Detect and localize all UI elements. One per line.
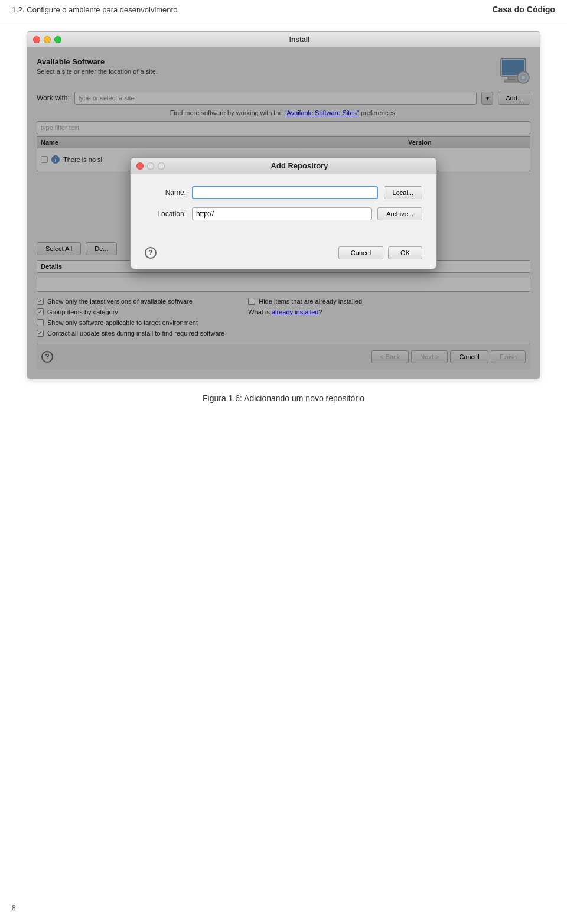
dialog-traffic-light-green [158, 162, 165, 170]
traffic-light-yellow[interactable] [44, 36, 51, 43]
dialog-title: Add Repository [168, 161, 431, 170]
install-body: Available Software Select a site or ente… [27, 48, 540, 379]
dialog-archive-button[interactable]: Archive... [377, 207, 422, 220]
modal-overlay: Add Repository Name: Local... Location: [27, 48, 540, 379]
dialog-help-icon[interactable]: ? [145, 247, 157, 259]
dialog-name-label: Name: [145, 188, 186, 197]
dialog-local-button[interactable]: Local... [384, 186, 422, 199]
brand-label: Casa do Código [492, 5, 555, 14]
dialog-footer: ? Cancel OK [131, 240, 436, 269]
window-title: Install [65, 35, 534, 44]
figure-caption: Figura 1.6: Adicionando um novo repositó… [203, 393, 364, 403]
dialog-cancel-button[interactable]: Cancel [338, 246, 383, 259]
window-titlebar: Install [27, 32, 540, 48]
page-header: 1.2. Configure o ambiente para desenvolv… [0, 0, 567, 19]
dialog-traffic-light-red[interactable] [136, 162, 144, 170]
dialog-footer-buttons: Cancel OK [338, 246, 422, 259]
dialog-name-input[interactable] [192, 186, 378, 199]
dialog-titlebar: Add Repository [131, 158, 436, 174]
dialog-traffic-light-yellow [147, 162, 154, 170]
dialog-location-label: Location: [145, 210, 186, 218]
add-repository-dialog: Add Repository Name: Local... Location: [130, 157, 437, 269]
page-content: Install Available Software Select a site… [0, 19, 567, 415]
dialog-name-row: Name: Local... [145, 186, 422, 199]
dialog-body: Name: Local... Location: Archive... [131, 174, 436, 240]
dialog-location-row: Location: Archive... [145, 207, 422, 220]
page-title: 1.2. Configure o ambiente para desenvolv… [12, 5, 177, 14]
traffic-light-red[interactable] [33, 36, 40, 43]
install-window: Install Available Software Select a site… [27, 31, 540, 379]
dialog-ok-button[interactable]: OK [388, 246, 422, 259]
traffic-light-green[interactable] [54, 36, 61, 43]
dialog-location-input[interactable] [192, 207, 372, 220]
page-number: 8 [12, 904, 16, 912]
